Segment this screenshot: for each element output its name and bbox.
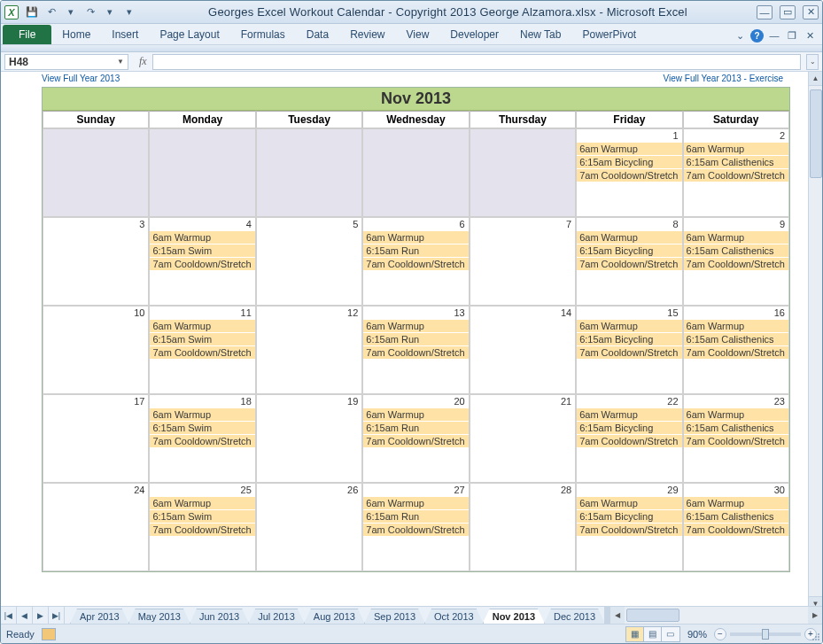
calendar-event[interactable]: 6am Warmup [150, 497, 254, 509]
sheet-tab[interactable]: Jun 2013 [190, 609, 249, 624]
calendar-event[interactable]: 6am Warmup [684, 320, 788, 332]
ribbon-tab-powerpivot[interactable]: PowerPivot [571, 25, 647, 44]
calendar-day-cell[interactable]: 12 [256, 306, 362, 394]
zoom-slider-thumb[interactable] [762, 629, 769, 640]
sheet-tab[interactable]: May 2013 [128, 609, 190, 624]
workbook-restore-icon[interactable]: ❐ [785, 28, 799, 43]
ribbon-tab-data[interactable]: Data [296, 25, 339, 44]
horizontal-scrollbar[interactable]: ◀ ▶ [609, 607, 822, 624]
calendar-event[interactable]: 7am Cooldown/Stretch [684, 169, 788, 182]
calendar-day-cell[interactable]: 17 [43, 394, 149, 483]
calendar-day-cell[interactable]: 24 [43, 483, 149, 571]
calendar-event[interactable]: 7am Cooldown/Stretch [363, 435, 468, 447]
calendar-day-cell[interactable]: 116am Warmup6:15am Swim7am Cooldown/Stre… [149, 306, 255, 394]
calendar-event[interactable]: 6am Warmup [363, 231, 468, 244]
calendar-pad-cell[interactable] [149, 128, 255, 217]
calendar-pad-cell[interactable] [256, 128, 362, 217]
ribbon-tab-page-layout[interactable]: Page Layout [149, 25, 229, 44]
maximize-button[interactable]: ▭ [780, 5, 796, 19]
calendar-pad-cell[interactable] [470, 128, 576, 217]
calendar-event[interactable]: 6:15am Calisthenics [684, 510, 788, 523]
zoom-label[interactable]: 90% [687, 629, 707, 640]
calendar-event[interactable]: 6:15am Calisthenics [684, 156, 788, 168]
calendar-event[interactable]: 6:15am Swim [150, 244, 254, 257]
calendar-event[interactable]: 6:15am Bicycling [577, 244, 681, 257]
calendar-event[interactable]: 6am Warmup [684, 143, 788, 155]
calendar-event[interactable]: 6am Warmup [577, 497, 681, 509]
calendar-day-cell[interactable]: 156am Warmup6:15am Bicycling7am Cooldown… [576, 306, 682, 394]
calendar-day-cell[interactable]: 166am Warmup6:15am Calisthenics7am Coold… [683, 306, 789, 394]
calendar-event[interactable]: 7am Cooldown/Stretch [363, 258, 468, 270]
sheet-tab[interactable]: Apr 2013 [70, 609, 129, 624]
calendar-event[interactable]: 6am Warmup [363, 497, 468, 509]
calendar-event[interactable]: 6am Warmup [684, 231, 788, 244]
sheet-tab[interactable]: Nov 2013 [483, 609, 545, 624]
calendar-event[interactable]: 6:15am Bicycling [577, 333, 681, 345]
macro-record-icon[interactable] [42, 628, 56, 640]
calendar-event[interactable]: 7am Cooldown/Stretch [150, 435, 254, 447]
calendar-day-cell[interactable]: 66am Warmup6:15am Run7am Cooldown/Stretc… [362, 217, 469, 306]
vertical-scrollbar[interactable]: ▲ ▼ [808, 72, 822, 610]
zoom-out-button[interactable]: − [714, 628, 726, 640]
horizontal-scroll-thumb[interactable] [626, 609, 679, 622]
calendar-event[interactable]: 6am Warmup [577, 143, 681, 155]
workbook-close-icon[interactable]: ✕ [803, 28, 817, 43]
fx-icon[interactable]: fx [139, 55, 147, 68]
calendar-event[interactable]: 6:15am Run [363, 422, 468, 434]
calendar-event[interactable]: 6am Warmup [363, 320, 468, 332]
calendar-event[interactable]: 7am Cooldown/Stretch [150, 346, 254, 359]
qat-undo-dropdown[interactable]: ▾ [62, 4, 80, 20]
sheet-tab[interactable]: Oct 2013 [424, 609, 484, 624]
link-view-full-year-exercise[interactable]: View Full Year 2013 - Exercise [664, 74, 783, 83]
tab-nav-next[interactable]: ▶ [33, 607, 49, 624]
calendar-pad-cell[interactable] [43, 128, 149, 217]
calendar-event[interactable]: 6:15am Swim [150, 422, 254, 434]
calendar-event[interactable]: 6:15am Run [363, 333, 468, 345]
file-tab[interactable]: File [3, 25, 51, 44]
calendar-event[interactable]: 7am Cooldown/Stretch [150, 258, 254, 270]
calendar-event[interactable]: 7am Cooldown/Stretch [363, 346, 468, 359]
ribbon-tab-new-tab[interactable]: New Tab [509, 25, 571, 44]
help-icon[interactable]: ? [750, 29, 764, 43]
qat-customize-button[interactable]: ▾ [120, 4, 138, 20]
tab-nav-prev[interactable]: ◀ [17, 607, 33, 624]
calendar-day-cell[interactable]: 296am Warmup6:15am Bicycling7am Cooldown… [576, 483, 682, 571]
calendar-day-cell[interactable]: 7 [470, 217, 576, 306]
calendar-day-cell[interactable]: 10 [43, 306, 149, 394]
scroll-left-button[interactable]: ◀ [610, 607, 625, 624]
calendar-day-cell[interactable]: 26am Warmup6:15am Calisthenics7am Cooldo… [683, 128, 789, 217]
calendar-day-cell[interactable]: 276am Warmup6:15am Run7am Cooldown/Stret… [362, 483, 469, 571]
calendar-day-cell[interactable]: 186am Warmup6:15am Swim7am Cooldown/Stre… [149, 394, 255, 483]
calendar-event[interactable]: 6am Warmup [577, 231, 681, 244]
calendar-event[interactable]: 6:15am Bicycling [577, 156, 681, 168]
workbook-minimize-icon[interactable]: — [767, 28, 781, 43]
calendar-event[interactable]: 6:15am Bicycling [577, 510, 681, 523]
chevron-down-icon[interactable]: ▼ [117, 58, 124, 66]
calendar-event[interactable]: 6am Warmup [363, 408, 468, 421]
ribbon-minimize-icon[interactable]: ⌄ [733, 28, 747, 43]
close-button[interactable]: ✕ [803, 5, 819, 19]
calendar-event[interactable]: 6:15am Calisthenics [684, 422, 788, 434]
tab-nav-first[interactable]: |◀ [1, 607, 17, 624]
formula-input[interactable] [152, 54, 801, 70]
calendar-day-cell[interactable]: 86am Warmup6:15am Bicycling7am Cooldown/… [576, 217, 682, 306]
sheet-tab[interactable]: Jul 2013 [248, 609, 305, 624]
calendar-event[interactable]: 6:15am Calisthenics [684, 333, 788, 345]
qat-undo-button[interactable]: ↶ [43, 4, 60, 20]
qat-redo-dropdown[interactable]: ▾ [101, 4, 119, 20]
calendar-day-cell[interactable]: 206am Warmup6:15am Run7am Cooldown/Stret… [362, 394, 469, 483]
calendar-day-cell[interactable]: 46am Warmup6:15am Swim7am Cooldown/Stret… [149, 217, 255, 306]
qat-save-button[interactable]: 💾 [23, 4, 41, 20]
view-page-layout-button[interactable]: ▤ [644, 627, 662, 641]
calendar-pad-cell[interactable] [362, 128, 469, 217]
ribbon-tab-insert[interactable]: Insert [101, 25, 149, 44]
calendar-event[interactable]: 6:15am Bicycling [577, 422, 681, 434]
calendar-day-cell[interactable]: 136am Warmup6:15am Run7am Cooldown/Stret… [362, 306, 469, 394]
calendar-event[interactable]: 7am Cooldown/Stretch [684, 524, 788, 536]
sheet-tab[interactable]: Dec 2013 [544, 609, 604, 624]
calendar-event[interactable]: 6:15am Swim [150, 510, 254, 523]
qat-redo-button[interactable]: ↷ [82, 4, 99, 20]
calendar-day-cell[interactable]: 19 [256, 394, 362, 483]
zoom-slider[interactable] [730, 632, 801, 636]
calendar-event[interactable]: 6am Warmup [150, 231, 254, 244]
